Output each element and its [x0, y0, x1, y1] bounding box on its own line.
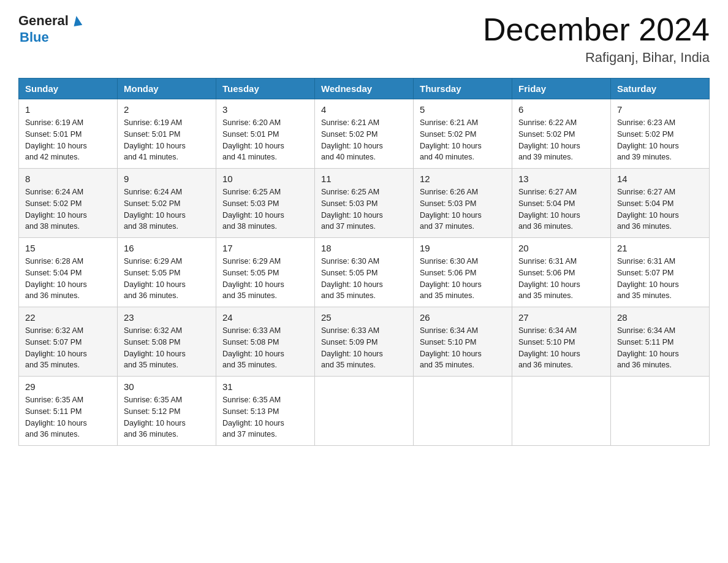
calendar-cell: 19Sunrise: 6:30 AMSunset: 5:06 PMDayligh…: [414, 238, 512, 307]
day-number: 3: [222, 104, 308, 115]
day-info: Sunrise: 6:31 AMSunset: 5:07 PMDaylight:…: [617, 256, 703, 302]
day-info: Sunrise: 6:35 AMSunset: 5:12 PMDaylight:…: [124, 394, 210, 440]
day-info: Sunrise: 6:27 AMSunset: 5:04 PMDaylight:…: [518, 186, 604, 232]
day-number: 12: [420, 174, 506, 184]
calendar-week-row: 1Sunrise: 6:19 AMSunset: 5:01 PMDaylight…: [19, 99, 710, 169]
calendar-cell: 10Sunrise: 6:25 AMSunset: 5:03 PMDayligh…: [216, 169, 315, 238]
day-info: Sunrise: 6:30 AMSunset: 5:05 PMDaylight:…: [321, 256, 407, 302]
day-info: Sunrise: 6:23 AMSunset: 5:02 PMDaylight:…: [617, 117, 703, 163]
calendar-cell: 22Sunrise: 6:32 AMSunset: 5:07 PMDayligh…: [19, 307, 118, 377]
calendar-week-row: 22Sunrise: 6:32 AMSunset: 5:07 PMDayligh…: [19, 307, 710, 377]
day-number: 24: [222, 312, 308, 323]
day-info: Sunrise: 6:31 AMSunset: 5:06 PMDaylight:…: [518, 256, 604, 302]
calendar-cell: 7Sunrise: 6:23 AMSunset: 5:02 PMDaylight…: [611, 99, 710, 169]
day-number: 21: [617, 243, 703, 253]
calendar-cell: 17Sunrise: 6:29 AMSunset: 5:05 PMDayligh…: [216, 238, 315, 307]
calendar-cell: 1Sunrise: 6:19 AMSunset: 5:01 PMDaylight…: [19, 99, 118, 169]
day-number: 5: [420, 104, 506, 115]
calendar-cell: 26Sunrise: 6:34 AMSunset: 5:10 PMDayligh…: [414, 307, 512, 377]
day-info: Sunrise: 6:34 AMSunset: 5:11 PMDaylight:…: [617, 325, 703, 371]
day-info: Sunrise: 6:20 AMSunset: 5:01 PMDaylight:…: [222, 117, 308, 163]
month-title: December 2024: [483, 12, 710, 47]
page-header: General Blue December 2024 Rafiganj, Bih…: [18, 12, 710, 66]
day-number: 4: [321, 104, 407, 115]
day-number: 18: [321, 243, 407, 253]
calendar-cell: 20Sunrise: 6:31 AMSunset: 5:06 PMDayligh…: [512, 238, 611, 307]
calendar-table: SundayMondayTuesdayWednesdayThursdayFrid…: [18, 78, 710, 446]
calendar-cell: 31Sunrise: 6:35 AMSunset: 5:13 PMDayligh…: [216, 377, 315, 446]
calendar-cell: [315, 377, 414, 446]
day-number: 1: [25, 104, 111, 115]
day-number: 20: [518, 243, 604, 253]
logo-triangle-icon: [70, 15, 84, 27]
day-number: 23: [124, 312, 210, 323]
calendar-cell: 14Sunrise: 6:27 AMSunset: 5:04 PMDayligh…: [611, 169, 710, 238]
weekday-header-tuesday: Tuesday: [216, 79, 315, 99]
calendar-cell: 15Sunrise: 6:28 AMSunset: 5:04 PMDayligh…: [19, 238, 118, 307]
day-number: 28: [617, 312, 703, 323]
day-number: 26: [420, 312, 506, 323]
calendar-cell: 29Sunrise: 6:35 AMSunset: 5:11 PMDayligh…: [19, 377, 118, 446]
day-number: 30: [124, 381, 210, 392]
day-number: 22: [25, 312, 111, 323]
day-number: 27: [518, 312, 604, 323]
day-info: Sunrise: 6:29 AMSunset: 5:05 PMDaylight:…: [124, 256, 210, 302]
calendar-cell: 5Sunrise: 6:21 AMSunset: 5:02 PMDaylight…: [414, 99, 512, 169]
day-number: 15: [25, 243, 111, 253]
logo-general-text: General: [18, 13, 69, 29]
day-info: Sunrise: 6:33 AMSunset: 5:08 PMDaylight:…: [222, 325, 308, 371]
day-info: Sunrise: 6:33 AMSunset: 5:09 PMDaylight:…: [321, 325, 407, 371]
weekday-header-thursday: Thursday: [414, 79, 512, 99]
day-info: Sunrise: 6:19 AMSunset: 5:01 PMDaylight:…: [25, 117, 111, 163]
day-number: 25: [321, 312, 407, 323]
day-info: Sunrise: 6:24 AMSunset: 5:02 PMDaylight:…: [124, 186, 210, 232]
calendar-cell: 30Sunrise: 6:35 AMSunset: 5:12 PMDayligh…: [118, 377, 216, 446]
calendar-cell: 23Sunrise: 6:32 AMSunset: 5:08 PMDayligh…: [118, 307, 216, 377]
logo-blue-text: Blue: [20, 29, 84, 45]
weekday-header-row: SundayMondayTuesdayWednesdayThursdayFrid…: [19, 79, 710, 99]
calendar-week-row: 8Sunrise: 6:24 AMSunset: 5:02 PMDaylight…: [19, 169, 710, 238]
day-number: 19: [420, 243, 506, 253]
day-number: 9: [124, 174, 210, 184]
location-title: Rafiganj, Bihar, India: [483, 50, 710, 66]
day-info: Sunrise: 6:34 AMSunset: 5:10 PMDaylight:…: [518, 325, 604, 371]
calendar-cell: 2Sunrise: 6:19 AMSunset: 5:01 PMDaylight…: [118, 99, 216, 169]
calendar-cell: 8Sunrise: 6:24 AMSunset: 5:02 PMDaylight…: [19, 169, 118, 238]
calendar-cell: 12Sunrise: 6:26 AMSunset: 5:03 PMDayligh…: [414, 169, 512, 238]
day-info: Sunrise: 6:35 AMSunset: 5:11 PMDaylight:…: [25, 394, 111, 440]
day-info: Sunrise: 6:25 AMSunset: 5:03 PMDaylight:…: [321, 186, 407, 232]
day-number: 11: [321, 174, 407, 184]
calendar-cell: 3Sunrise: 6:20 AMSunset: 5:01 PMDaylight…: [216, 99, 315, 169]
day-info: Sunrise: 6:25 AMSunset: 5:03 PMDaylight:…: [222, 186, 308, 232]
day-number: 16: [124, 243, 210, 253]
calendar-cell: 13Sunrise: 6:27 AMSunset: 5:04 PMDayligh…: [512, 169, 611, 238]
calendar-cell: 11Sunrise: 6:25 AMSunset: 5:03 PMDayligh…: [315, 169, 414, 238]
calendar-cell: 25Sunrise: 6:33 AMSunset: 5:09 PMDayligh…: [315, 307, 414, 377]
calendar-cell: [512, 377, 611, 446]
day-number: 29: [25, 381, 111, 392]
calendar-cell: [611, 377, 710, 446]
calendar-cell: 24Sunrise: 6:33 AMSunset: 5:08 PMDayligh…: [216, 307, 315, 377]
calendar-cell: [414, 377, 512, 446]
calendar-cell: 4Sunrise: 6:21 AMSunset: 5:02 PMDaylight…: [315, 99, 414, 169]
day-info: Sunrise: 6:19 AMSunset: 5:01 PMDaylight:…: [124, 117, 210, 163]
day-info: Sunrise: 6:24 AMSunset: 5:02 PMDaylight:…: [25, 186, 111, 232]
weekday-header-monday: Monday: [118, 79, 216, 99]
day-number: 6: [518, 104, 604, 115]
day-info: Sunrise: 6:34 AMSunset: 5:10 PMDaylight:…: [420, 325, 506, 371]
weekday-header-friday: Friday: [512, 79, 611, 99]
day-info: Sunrise: 6:26 AMSunset: 5:03 PMDaylight:…: [420, 186, 506, 232]
calendar-cell: 21Sunrise: 6:31 AMSunset: 5:07 PMDayligh…: [611, 238, 710, 307]
calendar-week-row: 15Sunrise: 6:28 AMSunset: 5:04 PMDayligh…: [19, 238, 710, 307]
calendar-cell: 28Sunrise: 6:34 AMSunset: 5:11 PMDayligh…: [611, 307, 710, 377]
weekday-header-saturday: Saturday: [611, 79, 710, 99]
svg-marker-0: [72, 15, 83, 26]
calendar-cell: 6Sunrise: 6:22 AMSunset: 5:02 PMDaylight…: [512, 99, 611, 169]
logo: General Blue: [18, 12, 84, 45]
day-info: Sunrise: 6:21 AMSunset: 5:02 PMDaylight:…: [321, 117, 407, 163]
weekday-header-wednesday: Wednesday: [315, 79, 414, 99]
day-info: Sunrise: 6:28 AMSunset: 5:04 PMDaylight:…: [25, 256, 111, 302]
day-info: Sunrise: 6:30 AMSunset: 5:06 PMDaylight:…: [420, 256, 506, 302]
day-info: Sunrise: 6:27 AMSunset: 5:04 PMDaylight:…: [617, 186, 703, 232]
day-number: 2: [124, 104, 210, 115]
